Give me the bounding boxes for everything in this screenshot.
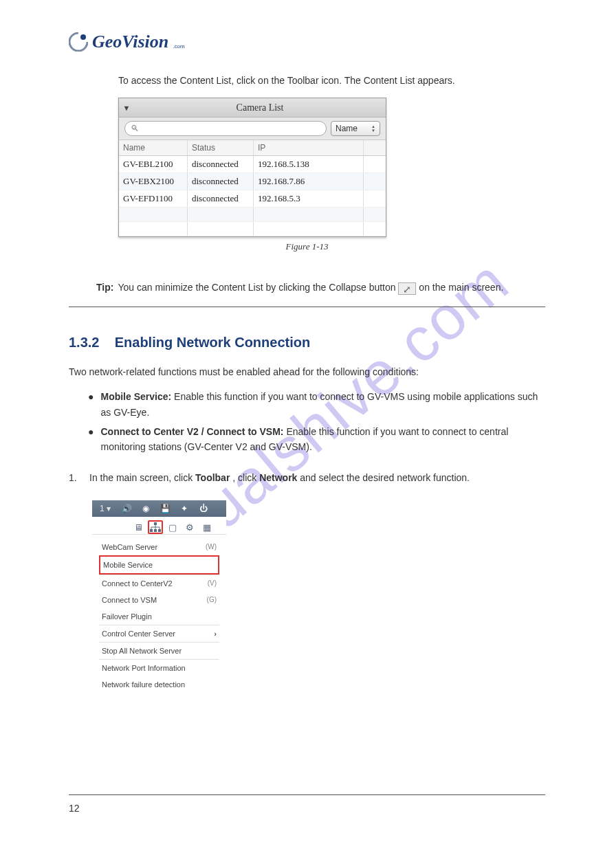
table-row-empty — [119, 222, 386, 236]
table-row[interactable]: GV-EBL2100 disconnected 192.168.5.138 — [119, 156, 386, 173]
brand-suffix: .com — [173, 43, 184, 49]
section-title-text: Enabling Network Connection — [115, 335, 310, 350]
screen-number[interactable]: 1 ▾ — [95, 504, 116, 513]
numbered-list: 1. In the main screen, click Toolbar , c… — [69, 470, 545, 487]
sort-by-name-button[interactable]: Name ▲▼ — [331, 121, 380, 136]
monitor-icon[interactable]: 🖥 — [131, 520, 146, 534]
brand-logo: GeoVision .com — [69, 32, 545, 52]
cell-status: disconnected — [188, 156, 254, 173]
submenu-arrow-icon: › — [214, 630, 217, 638]
bullet-icon: ● — [88, 389, 94, 420]
network-menu-screenshot: 1 ▾ 🔊 ◉ 💾 ✦ ⏻ 🖥 ▢ ⚙ ▦ WebCam Server (W) — [92, 500, 226, 700]
menu-item-failover-plugin[interactable]: Failover Plugin — [99, 608, 219, 625]
cell-status: disconnected — [188, 190, 254, 207]
section-intro: Two network-related functions must be en… — [69, 364, 545, 379]
svg-rect-2 — [150, 529, 153, 532]
list-item: ● Mobile Service: Enable this function i… — [88, 389, 545, 420]
step-number: 1. — [69, 470, 84, 487]
cell-ip: 192.168.7.86 — [254, 173, 364, 190]
cell-name: GV-EBL2100 — [119, 156, 188, 173]
gear-icon[interactable]: ⚙ — [182, 520, 197, 534]
logo-mark-icon — [69, 32, 88, 52]
network-icon[interactable] — [148, 520, 163, 534]
cell-name: GV-EFD1100 — [119, 190, 188, 207]
search-input[interactable] — [142, 124, 320, 134]
tip-row: Tip: You can minimize the Content List b… — [69, 280, 545, 295]
camera-list-titlebar: ▼ Camera List — [119, 98, 386, 118]
camera-list-search-row: 🔍︎ Name ▲▼ — [119, 118, 386, 140]
grid-icon[interactable]: ▦ — [199, 520, 215, 534]
svg-rect-1 — [154, 522, 157, 525]
menu-item-network-failure-detection[interactable]: Network failure detection — [99, 676, 219, 693]
cell-ip: 192.168.5.3 — [254, 190, 364, 207]
section-heading: 1.3.2 Enabling Network Connection — [69, 335, 545, 350]
cell-name: GV-EBX2100 — [119, 173, 188, 190]
menu-topbar: 1 ▾ 🔊 ◉ 💾 ✦ ⏻ — [92, 500, 226, 517]
table-row[interactable]: GV-EFD1100 disconnected 192.168.5.3 — [119, 190, 386, 208]
page-footer-rule — [69, 794, 545, 795]
tip-text: You can minimize the Content List by cli… — [118, 280, 531, 295]
menu-item-control-center-server[interactable]: Control Center Server › — [99, 625, 219, 642]
menu-item-mobile-service[interactable]: Mobile Service — [99, 555, 219, 575]
svg-rect-3 — [154, 529, 157, 532]
power-icon[interactable]: ⏻ — [195, 502, 212, 515]
camera-list-header: Name Status IP — [119, 140, 386, 156]
col-header-ip[interactable]: IP — [254, 140, 364, 155]
table-row[interactable]: GV-EBX2100 disconnected 192.168.7.86 — [119, 173, 386, 190]
preview-icon[interactable]: ◉ — [138, 502, 154, 515]
menu-item-stop-all-network-server[interactable]: Stop All Network Server — [99, 643, 219, 659]
menu-item-network-port-info[interactable]: Network Port Information — [99, 660, 219, 676]
cell-ip: 192.168.5.138 — [254, 156, 364, 173]
menu-item-connect-vsm[interactable]: Connect to VSM (G) — [99, 592, 219, 608]
stepper-icon: ▲▼ — [371, 124, 375, 133]
network-menu-list: WebCam Server (W) Mobile Service Connect… — [92, 535, 226, 700]
svg-rect-4 — [158, 529, 161, 532]
menu-item-webcam-server[interactable]: WebCam Server (W) — [99, 539, 219, 555]
bullet-icon: ● — [88, 424, 94, 455]
camera-list-body: GV-EBL2100 disconnected 192.168.5.138 GV… — [119, 156, 386, 236]
brand-name: GeoVision — [92, 32, 168, 52]
tools-icon[interactable]: ✦ — [176, 502, 193, 515]
section-divider — [69, 307, 545, 307]
page-number: 12 — [69, 803, 80, 814]
save-icon[interactable]: 💾 — [157, 502, 173, 515]
search-icon: 🔍︎ — [131, 124, 139, 133]
menu-item-connect-centerv2[interactable]: Connect to CenterV2 (V) — [99, 575, 219, 592]
window-icon[interactable]: ▢ — [165, 520, 180, 534]
list-item: 1. In the main screen, click Toolbar , c… — [69, 470, 545, 487]
section-number: 1.3.2 — [69, 335, 99, 350]
step-text: In the main screen, click Toolbar , clic… — [89, 470, 545, 487]
collapse-arrow-icon[interactable]: ▼ — [119, 104, 134, 112]
audio-icon[interactable]: 🔊 — [118, 502, 135, 515]
col-header-status[interactable]: Status — [188, 140, 254, 155]
list-item: ● Connect to Center V2 / Connect to VSM:… — [88, 424, 545, 455]
bullet-list: ● Mobile Service: Enable this function i… — [69, 389, 545, 455]
svg-point-0 — [80, 34, 86, 40]
collapse-button-icon — [398, 282, 416, 295]
tip-label: Tip: — [96, 280, 113, 295]
bullet-label: Connect to Center V2 / Connect to VSM: — [100, 426, 283, 437]
menu-secondary-bar: 🖥 ▢ ⚙ ▦ — [92, 517, 226, 535]
cell-status: disconnected — [188, 173, 254, 190]
camera-list-title: Camera List — [134, 102, 386, 113]
table-row-empty — [119, 208, 386, 222]
intro-text: To access the Content List, click on the… — [69, 73, 545, 88]
camera-list-panel: ▼ Camera List 🔍︎ Name ▲▼ Name Status IP … — [118, 98, 386, 237]
sort-button-label: Name — [336, 124, 358, 133]
figure-caption: Figure 1-13 — [69, 241, 545, 252]
search-box[interactable]: 🔍︎ — [124, 121, 327, 136]
col-header-blank — [364, 140, 386, 155]
bullet-label: Mobile Service: — [100, 391, 171, 402]
col-header-name[interactable]: Name — [119, 140, 188, 155]
